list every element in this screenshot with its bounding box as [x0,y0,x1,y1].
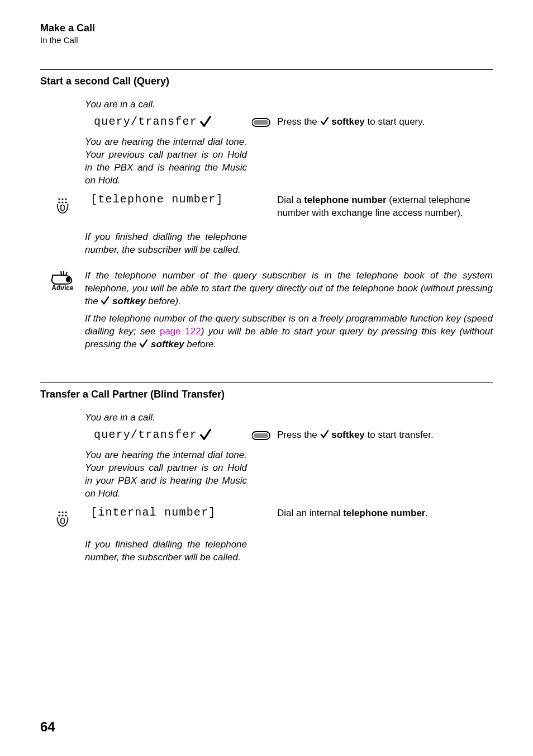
page-header-subtitle: In the Call [40,35,493,45]
section-heading-query: Start a second Call (Query) [40,75,493,87]
check-icon [320,430,329,439]
advice-hand-icon [50,270,75,285]
display-internal-number: [internal number] [85,507,247,518]
check-icon [139,339,148,348]
page-link[interactable]: page 122 [160,326,201,337]
page-header-title: Make a Call [40,22,493,34]
status-text: You are hearing the internal dial tone. … [85,449,247,500]
check-icon [101,296,110,305]
divider [40,69,493,70]
display-query-transfer: query/transfer [85,116,247,128]
instruction-text: Dial a telephone number (external teleph… [277,194,493,220]
section-heading-transfer: Transfer a Call Partner (Blind Transfer) [40,389,493,400]
status-text: You are in a call. [85,412,247,424]
check-icon [199,116,212,128]
status-text: You are in a call. [85,98,247,111]
status-text: If you finished dialling the telephone n… [85,538,247,564]
softkey-button-icon [252,117,272,129]
check-icon [199,429,212,441]
display-query-transfer: query/transfer [85,429,247,441]
display-telephone-number: [telephone number] [85,194,247,205]
softkey-button-icon [252,430,272,442]
instruction-text: Press the softkey to start transfer. [277,429,493,442]
keypad-icon [56,511,69,527]
status-text: If you finished dialling the telephone n… [85,231,247,257]
check-icon [320,117,329,126]
page-number: 64 [40,719,55,735]
instruction-text: Dial an internal telephone number. [277,507,493,520]
divider [40,382,493,383]
advice-text: If the telephone number of the query sub… [85,270,493,351]
instruction-text: Press the softkey to start query. [277,116,493,129]
status-text: You are hearing the internal dial tone. … [85,136,247,187]
keypad-icon [56,197,69,214]
advice-label: Advice [51,284,73,292]
